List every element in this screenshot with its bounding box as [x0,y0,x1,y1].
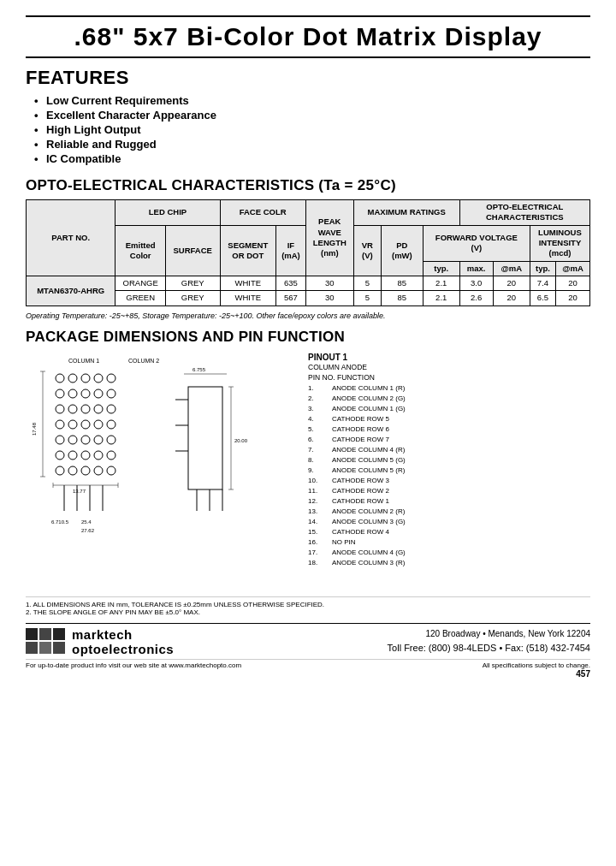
svg-point-2 [56,374,64,383]
cell-fwd-max-1: 3.0 [459,276,493,291]
characteristics-table: PART NO. LED CHIP FACE COLR PEAKWAVELENG… [26,199,590,306]
cell-if-2: 30 [305,291,353,305]
col-pd: PD(mW) [381,225,423,276]
pin-row: 17.ANODE COLUMN 4 (G) [308,548,590,558]
svg-point-36 [107,466,116,475]
pin-function: CATHODE ROW 7 [332,435,590,445]
feature-item-2: Excellent Character Appearance [34,109,590,122]
pinout-subtitle2: PIN NO. FUNCTION [308,373,590,382]
pin-function: ANODE COLUMN 3 (R) [332,558,590,568]
cell-lum-atma-2: 20 [556,291,590,305]
cell-peak-2: 567 [276,291,306,305]
cell-lum-atma-1: 20 [556,276,590,291]
pin-row: 7.ANODE COLUMN 4 (R) [308,445,590,455]
svg-text:20.00: 20.00 [234,438,248,443]
pin-row: 12.CATHODE ROW 1 [308,496,590,507]
pin-row: 14.ANODE COLUMN 3 (G) [308,517,590,527]
pin-function: ANODE COLUMN 5 (R) [332,466,590,476]
svg-point-34 [81,466,90,475]
cell-surface-1: GREY [165,276,220,291]
svg-point-26 [107,436,116,444]
pin-row: 6.CATHODE ROW 7 [308,435,590,445]
svg-point-22 [56,436,64,444]
svg-point-6 [107,374,116,383]
dim-note-2: 2. THE SLOPE ANGLE OF ANY PIN MAY BE ±5.… [26,608,590,616]
logo-text: marktech optoelectronics [72,627,174,656]
cell-emitted-1: ORANGE [116,276,166,291]
pin-number: 12. [308,496,332,507]
pin-row: 2.ANODE COLUMN 2 (G) [308,394,590,404]
pin-number: 11. [308,486,332,496]
pin-row: 1.ANODE COLUMN 1 (R) [308,383,590,394]
col-face-color: FACE COLR [220,200,305,226]
pin-function: ANODE COLUMN 2 (R) [332,507,590,517]
col-peak-wave: PEAKWAVELENGTH(nm) [305,200,353,276]
pin-function: ANODE COLUMN 3 (G) [332,517,590,527]
svg-point-32 [56,466,64,475]
cell-lum-typ-2: 6.5 [530,291,555,305]
svg-text:27.62: 27.62 [81,528,95,533]
col-segment: SEGMENTOR DOT [220,225,276,276]
cell-fwd-max-2: 2.6 [459,291,493,305]
page-number: 457 [26,669,590,679]
pin-number: 3. [308,404,332,414]
pinout-title: PINOUT 1 [308,353,590,362]
svg-point-14 [81,405,90,413]
cell-surface-2: GREY [165,291,220,305]
svg-point-28 [68,451,77,460]
footer-contact: 120 Broadway • Menands, New York 12204 T… [197,627,590,656]
col-opto-chars: OPTO-ELECTRICALCHARACTERISTICS [459,200,589,226]
pin-number: 8. [308,455,332,466]
svg-point-27 [56,451,64,460]
pin-row: 15.CATHODE ROW 4 [308,527,590,537]
pin-number: 15. [308,527,332,537]
package-title: PACKAGE DIMENSIONS AND PIN FUNCTION [26,329,590,346]
col-emitted: EmittedColor [116,225,166,276]
pin-function: NO PIN [332,537,590,548]
pin-function: ANODE COLUMN 1 (G) [332,404,590,414]
cell-fwd-typ-1: 2.1 [423,276,459,291]
pin-number: 9. [308,466,332,476]
dimension-notes: 1. ALL DIMENSIONS ARE IN mm, TOLERANCE I… [26,596,590,616]
cell-segment-1: WHITE [220,276,276,291]
logo-opto: optoelectronics [72,642,174,656]
svg-point-25 [94,436,103,444]
feature-item-1: Low Current Requirements [34,94,590,107]
cell-peak-1: 635 [276,276,306,291]
cell-lum-typ-1: 7.4 [530,276,555,291]
pin-function: CATHODE ROW 2 [332,486,590,496]
pin-number: 5. [308,424,332,435]
cell-fwd-atma-1: 20 [493,276,530,291]
svg-point-18 [68,420,77,429]
feature-item-5: IC Compatible [34,152,590,165]
svg-point-23 [68,436,77,444]
pin-row: 3.ANODE COLUMN 1 (G) [308,404,590,414]
pin-function: ANODE COLUMN 4 (R) [332,445,590,455]
pin-number: 17. [308,548,332,558]
pin-function: ANODE COLUMN 4 (G) [332,548,590,558]
pinout-section: PINOUT 1 COLUMN ANODE PIN NO. FUNCTION 1… [299,353,590,568]
pin-number: 18. [308,558,332,568]
cell-segment-2: WHITE [220,291,276,305]
logo-marktech: marktech [72,627,174,642]
svg-point-33 [68,466,77,475]
col-luminous: LUMINOUSINTENSITY(mcd) [530,225,589,261]
pin-number: 10. [308,476,332,486]
col-lum-at-ma: @mA [556,261,590,276]
svg-point-9 [81,389,90,398]
svg-point-12 [56,405,64,413]
col-fwd-typ: typ. [423,261,459,276]
svg-point-13 [68,405,77,413]
pin-function: CATHODE ROW 3 [332,476,590,486]
col-vr: VR(V) [353,225,381,276]
col-lum-typ: typ. [530,261,555,276]
features-title: FEATURES [26,67,590,89]
pin-row: 18.ANODE COLUMN 3 (R) [308,558,590,568]
pin-function: CATHODE ROW 5 [332,414,590,424]
cell-if-1: 30 [305,276,353,291]
col-part-no: PART NO. [27,200,116,276]
pin-function: CATHODE ROW 6 [332,424,590,435]
col-fwd-max: max. [459,261,493,276]
pin-row: 11.CATHODE ROW 2 [308,486,590,496]
pin-number: 7. [308,445,332,455]
